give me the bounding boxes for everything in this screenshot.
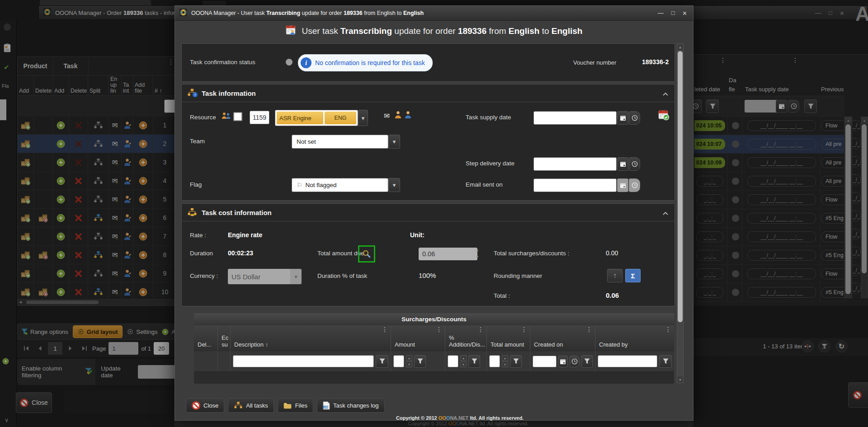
duration-pct-value: 100% xyxy=(419,272,436,279)
filter-number-input[interactable] xyxy=(448,355,458,367)
scroll-up-icon[interactable]: ▲ xyxy=(677,44,683,50)
dialog-footer: Close All tasks Files LOGTask changes lo… xyxy=(186,398,385,413)
step-delivery-date-input[interactable] xyxy=(533,157,617,171)
filter-funnel-button[interactable] xyxy=(414,355,426,368)
filter-input[interactable] xyxy=(233,355,374,367)
spinner-arrows[interactable]: ▲▼ xyxy=(476,247,479,260)
total-due-input[interactable]: 0.06 xyxy=(419,248,477,260)
svg-text:LOG: LOG xyxy=(324,406,328,408)
filter-number-input[interactable] xyxy=(489,355,500,367)
round-up-button[interactable]: ↑ xyxy=(607,269,623,282)
duration-pct-label: Duration % of task xyxy=(317,272,367,279)
rounding-label: Rounding manner xyxy=(494,272,542,279)
confirmation-radio[interactable] xyxy=(286,59,292,66)
task-supply-date-input[interactable] xyxy=(533,111,617,125)
email-sent-label: Email sent on xyxy=(466,181,503,188)
filter-funnel-button[interactable] xyxy=(510,355,522,368)
filter-number-input[interactable] xyxy=(393,355,404,367)
surcharges-column-header[interactable]: % Addition/Dis...⋮ xyxy=(445,325,486,351)
column-menu-icon[interactable]: ⋮ xyxy=(436,327,442,332)
org-chart-icon: i xyxy=(187,88,197,99)
email-icon[interactable]: ✉ xyxy=(384,112,390,120)
maximize-icon[interactable]: □ xyxy=(671,9,675,18)
dialog-titlebar[interactable]: OOONA Manager - User task Transcribing u… xyxy=(175,6,693,21)
dropdown-arrow-button[interactable]: ▾ xyxy=(388,178,400,192)
surcharges-filter-cell xyxy=(530,351,595,371)
spinner-arrows[interactable]: ▲▼ xyxy=(406,355,412,367)
search-rate-button[interactable] xyxy=(358,245,375,263)
clock-icon[interactable] xyxy=(629,157,640,171)
task-info-panel: i Task information Resource 1159 ASR Eng… xyxy=(181,84,675,201)
column-menu-icon[interactable]: ⋮ xyxy=(521,327,527,332)
column-menu-icon[interactable]: ⋮ xyxy=(477,327,484,332)
calendar-icon[interactable] xyxy=(617,157,628,171)
voucher-label: Voucher number xyxy=(573,59,616,66)
dialog-header: User task Transcribing update for order … xyxy=(175,21,693,42)
collapse-chevron-icon[interactable] xyxy=(663,210,668,216)
column-menu-icon[interactable]: ⋮ xyxy=(586,327,592,332)
ooona-logo-icon xyxy=(179,9,187,18)
column-menu-icon[interactable]: ⋮ xyxy=(665,327,671,332)
collapse-chevron-icon[interactable] xyxy=(663,90,668,97)
column-menu-icon[interactable]: ⋮ xyxy=(382,327,388,332)
search-icon xyxy=(362,249,371,258)
unit-label: Unit: xyxy=(410,231,425,239)
resource-id-input[interactable]: 1159 xyxy=(250,111,269,124)
calendar-icon[interactable] xyxy=(558,356,568,367)
minimize-icon[interactable]: — xyxy=(658,9,664,18)
rate-value: Engine rate xyxy=(228,231,262,239)
user-icon[interactable] xyxy=(394,111,402,120)
user-icon[interactable] xyxy=(404,111,412,120)
team-select[interactable]: Not set xyxy=(292,135,388,149)
clock-icon[interactable] xyxy=(629,111,640,125)
surcharges-title: Surcharges/Discounts xyxy=(194,313,674,325)
surcharges-filter-cell xyxy=(595,351,674,371)
folder-icon xyxy=(283,402,292,409)
spinner-arrows[interactable]: ▲▼ xyxy=(502,355,508,367)
filter-input[interactable] xyxy=(598,355,657,367)
files-button[interactable]: Files xyxy=(278,398,313,413)
confirmation-panel: Task confirmation status i No confirmati… xyxy=(181,43,675,82)
surcharges-column-header[interactable]: Ec su xyxy=(217,325,230,351)
dropdown-arrow-button[interactable]: ▾ xyxy=(388,135,400,149)
surcharges-column-header[interactable]: Description ↑⋮ xyxy=(230,325,391,351)
filter-date-input[interactable] xyxy=(533,356,557,367)
surcharges-filter-cell: ▲▼ xyxy=(486,351,530,371)
resource-combo[interactable]: ASR Engine ENG xyxy=(275,110,358,126)
task-changes-log-button[interactable]: LOGTask changes log xyxy=(317,398,384,413)
surcharges-column-header[interactable]: Created on⋮ xyxy=(530,325,595,351)
dropdown-arrow-button[interactable]: ▾ xyxy=(358,110,368,126)
filter-funnel-button[interactable] xyxy=(581,355,593,368)
scroll-down-icon[interactable]: ▼ xyxy=(677,376,683,383)
scroll-thumb[interactable] xyxy=(678,51,683,322)
filter-funnel-button[interactable] xyxy=(468,355,480,368)
calendar-check-icon[interactable] xyxy=(658,109,670,122)
surcharges-column-header[interactable]: Total amount⋮ xyxy=(486,325,530,351)
dialog-scrollbar[interactable]: ▲ ▼ xyxy=(677,43,684,383)
close-icon[interactable]: × xyxy=(683,9,687,18)
copyright-line: Copyright © 2012 OOONA.NET ltd. All righ… xyxy=(396,415,524,421)
team-label: Team xyxy=(190,138,205,145)
clock-icon xyxy=(629,178,640,192)
resource-checkbox[interactable] xyxy=(233,112,242,121)
no-entry-icon xyxy=(192,401,200,410)
calendar-icon[interactable] xyxy=(617,111,628,125)
close-dialog-button[interactable]: Close xyxy=(186,398,224,413)
filter-funnel-button[interactable] xyxy=(376,355,388,368)
surcharges-column-header[interactable]: Created by⋮ xyxy=(595,325,674,351)
section-title: Task information xyxy=(202,89,256,97)
task-supply-date-label: Task supply date xyxy=(466,114,511,121)
sum-rounding-button[interactable]: Σ xyxy=(625,269,641,282)
flag-select[interactable]: ⚐Not flagged xyxy=(292,178,388,192)
dialog-header-text: User task Transcribing update for order … xyxy=(302,26,583,36)
surcharges-column-header[interactable]: Amount⋮ xyxy=(391,325,445,351)
surcharges-total-label: Total surcharges/discounts : xyxy=(494,250,569,257)
step-delivery-date-label: Step delivery date xyxy=(466,160,514,167)
task-cost-panel: Task cost information Rate : Engine rate… xyxy=(181,203,675,306)
email-sent-input[interactable] xyxy=(533,178,617,192)
clock-icon[interactable] xyxy=(570,356,579,367)
spinner-arrows[interactable]: ▲▼ xyxy=(460,355,467,367)
surcharges-column-header[interactable]: Del... xyxy=(194,325,217,351)
filter-funnel-button[interactable] xyxy=(659,355,672,368)
all-tasks-button[interactable]: All tasks xyxy=(228,398,274,413)
